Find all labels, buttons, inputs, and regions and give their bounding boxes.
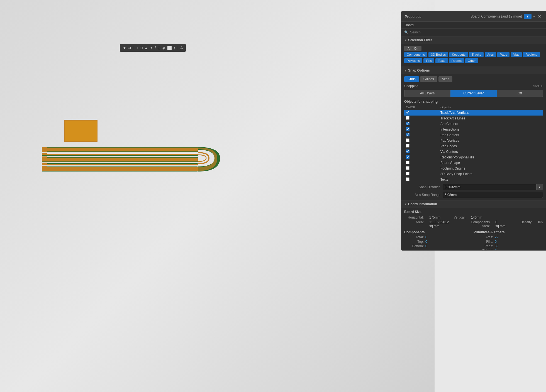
pin-button[interactable]: −: [533, 14, 535, 18]
board-section-label: Board: [405, 23, 414, 27]
filter-btn-arcs[interactable]: Arcs: [485, 52, 496, 57]
snap-distance-dropdown[interactable]: ▼: [536, 184, 543, 190]
section-header-snap[interactable]: ▼ Snap Options: [401, 67, 546, 74]
snap-object-row-7: Via Centers: [404, 149, 543, 155]
arcs-value: 29: [495, 235, 498, 239]
snap-checkbox-6[interactable]: [406, 144, 410, 148]
snap-checkbox-7[interactable]: [406, 150, 410, 153]
filter-btn-other[interactable]: Other: [465, 58, 478, 63]
svg-rect-8: [42, 148, 198, 151]
filter-btn-tracks[interactable]: Tracks: [469, 52, 484, 57]
bottom-label: Bottom:: [404, 244, 424, 248]
search-input[interactable]: [410, 30, 543, 34]
snap-checkbox-2[interactable]: [406, 122, 410, 125]
filter-btn-rooms[interactable]: Rooms: [449, 58, 464, 63]
snap-tab-grids[interactable]: Grids: [404, 76, 419, 82]
search-bar: 🔍: [401, 29, 546, 36]
snap-object-name-9: Board Shape: [439, 160, 543, 166]
svg-rect-16: [42, 163, 47, 165]
total-label: Total:: [404, 235, 424, 239]
filter-btn-keepouts[interactable]: Keepouts: [449, 52, 468, 57]
snap-object-row-2: Arc Centers: [404, 121, 543, 127]
selection-filter-arrow: ▼: [404, 39, 407, 42]
all-on-button[interactable]: All - On: [404, 46, 421, 51]
strings-label: Strings:: [474, 249, 493, 251]
snap-table: On/Off Objects Track/Arcs VerticesTrack/…: [404, 105, 543, 182]
components-col-title: Components: [404, 230, 474, 234]
toolbar-arrow-icon[interactable]: ⇒: [128, 46, 131, 50]
horizontal-label: Horizontal:: [404, 215, 424, 219]
snap-checkbox-12[interactable]: [406, 177, 410, 181]
svg-rect-14: [42, 153, 47, 155]
snap-arrow: ▼: [404, 69, 407, 72]
filter-btn-3d-bodies[interactable]: 3D Bodies: [428, 52, 448, 57]
snap-object-name-5: Pad Vertices: [439, 138, 543, 143]
components-label: Components (and 12 more): [481, 14, 522, 18]
canvas-area: ▼ ⇒ + □ ▲ ✦ / ⊙ ◈ ⬜ ↕ A: [0, 0, 435, 392]
snap-mode-all-layers[interactable]: All Layers: [404, 90, 450, 97]
toolbar-line-icon[interactable]: /: [155, 46, 156, 50]
snap-checkbox-11[interactable]: [406, 172, 410, 175]
toolbar-circle-icon[interactable]: ⊙: [157, 46, 161, 50]
toolbar-target-icon[interactable]: ◈: [162, 46, 165, 50]
snap-section: GridsGuidesAxes Snapping Shift+E All Lay…: [401, 74, 546, 200]
density-label: Density:: [513, 220, 533, 228]
snap-distance-label: Snap Distance: [404, 185, 440, 189]
snap-label: Snap Options: [408, 68, 430, 72]
toolbar-add-icon[interactable]: +: [136, 46, 138, 50]
density-value: 0%: [538, 220, 543, 228]
snap-checkbox-1[interactable]: [406, 116, 410, 120]
snap-checkbox-8[interactable]: [406, 155, 410, 159]
snap-object-name-3: Intersections: [439, 127, 543, 132]
filter-btn-texts[interactable]: Texts: [435, 58, 448, 63]
filter-button[interactable]: ▼: [524, 14, 532, 19]
axis-snap-input[interactable]: [443, 192, 543, 198]
toolbar-box-icon[interactable]: ⬜: [167, 46, 172, 50]
board-info-label: Board Information: [408, 202, 437, 206]
filter-btn-regions[interactable]: Regions: [523, 52, 540, 57]
toolbar-star-icon[interactable]: ✦: [150, 46, 153, 50]
total-row: Total: 0: [404, 235, 474, 239]
filter-btn-fills[interactable]: Fills: [423, 58, 434, 63]
board-info-section: Board Size Horizontal: 175mm Vertical: 1…: [401, 208, 546, 251]
snap-checkbox-4[interactable]: [406, 133, 410, 136]
toolbar-rect-icon[interactable]: □: [140, 46, 142, 50]
toolbar-text-icon[interactable]: A: [180, 46, 183, 50]
snap-tab-guides[interactable]: Guides: [420, 76, 437, 82]
toolbar-up-icon[interactable]: ▲: [144, 46, 148, 50]
toolbar-filter-icon[interactable]: ▼: [123, 46, 126, 50]
toolbar: ▼ ⇒ + □ ▲ ✦ / ⊙ ◈ ⬜ ↕ A: [120, 44, 186, 52]
filter-btn-pads[interactable]: Pads: [497, 52, 510, 57]
components-area-label: Components Area:: [464, 220, 490, 228]
col-on-off: On/Off: [404, 105, 439, 110]
filter-btn-polygons[interactable]: Polygons: [404, 58, 422, 63]
filter-row-2: PolygonsFillsTextsRoomsOther: [404, 58, 543, 63]
col-objects: Objects: [439, 105, 543, 110]
filter-btn-vias[interactable]: Vias: [511, 52, 522, 57]
snap-checkbox-5[interactable]: [406, 138, 410, 142]
toolbar-divider-1: [134, 46, 134, 50]
svg-rect-9: [42, 154, 198, 155]
svg-rect-15: [42, 156, 47, 161]
close-button[interactable]: ✕: [537, 14, 542, 19]
snap-checkbox-9[interactable]: [406, 161, 410, 164]
svg-rect-12: [42, 167, 198, 171]
snap-checkbox-10[interactable]: [406, 166, 410, 170]
snap-checkbox-0[interactable]: [406, 111, 410, 114]
bottom-row: Bottom: 0: [404, 244, 474, 248]
objects-label: Objects for snapping: [404, 100, 543, 104]
snap-mode-current-layer[interactable]: Current Layer: [450, 90, 497, 97]
svg-rect-13: [42, 147, 47, 152]
snap-checkbox-3[interactable]: [406, 127, 410, 131]
snap-distance-input[interactable]: [443, 184, 536, 190]
snap-tab-axes[interactable]: Axes: [438, 76, 453, 82]
arcs-label: Arcs:: [474, 235, 493, 239]
filter-row-1: Components3D BodiesKeepoutsTracksArcsPad…: [404, 52, 543, 57]
section-header-board-info[interactable]: ▼ Board Information: [401, 200, 546, 208]
filter-btn-components[interactable]: Components: [404, 52, 427, 57]
snapping-row: Snapping Shift+E: [404, 84, 543, 88]
section-header-selection-filter[interactable]: ▼ Selection Filter: [401, 36, 546, 44]
toolbar-height-icon[interactable]: ↕: [174, 46, 176, 50]
snap-mode-off[interactable]: Off: [497, 90, 543, 97]
snap-object-row-1: Track/Arcs Lines: [404, 116, 543, 121]
